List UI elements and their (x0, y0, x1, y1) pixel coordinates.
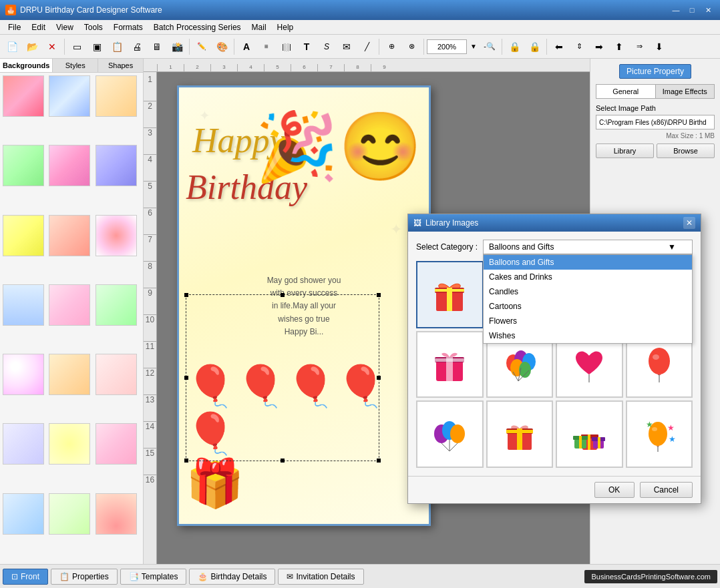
close-button[interactable]: ✕ (701, 3, 715, 17)
tb-btn-10[interactable]: |░| (277, 37, 296, 56)
bg-thumb-12[interactable] (96, 284, 137, 326)
tb-btn-24[interactable]: ⬇ (650, 37, 669, 56)
tb-btn-14[interactable]: ╱ (357, 37, 376, 56)
tb-btn-20[interactable]: ⇕ (570, 37, 588, 56)
bg-thumb-15[interactable] (96, 354, 137, 395)
delete-button[interactable]: ✕ (43, 37, 61, 56)
bg-thumb-9[interactable] (96, 215, 137, 256)
dropdown-item-flowers[interactable]: Flowers (484, 314, 692, 328)
bg-thumb-7[interactable] (3, 215, 44, 256)
menu-formats[interactable]: Formats (108, 21, 148, 33)
panel-tab-effects[interactable]: Image Effects (656, 85, 715, 98)
title-bar-left: 🎂 DRPU Birthday Card Designer Software (5, 5, 162, 15)
ruler-mark: 8 (344, 64, 371, 71)
image-path-input[interactable] (596, 115, 715, 129)
bg-thumb-1[interactable] (3, 75, 44, 117)
new-button[interactable]: 📄 (3, 37, 21, 56)
bg-thumb-2[interactable] (49, 75, 90, 117)
tb-text[interactable]: A (237, 37, 256, 56)
bg-thumb-21[interactable] (96, 493, 137, 535)
menu-edit[interactable]: Edit (26, 21, 51, 33)
tb-btn-5[interactable]: 🖥 (148, 37, 166, 56)
bg-thumb-10[interactable] (3, 284, 44, 326)
tb-btn-15[interactable]: ⊕ (382, 37, 401, 56)
print-button[interactable]: 🖨 (128, 37, 146, 56)
bg-thumb-19[interactable] (3, 493, 44, 535)
birthday-card[interactable]: ✦ ✦ ✦ ✦ ✦ Happy Birthday 🎉😊 May god show… (177, 85, 431, 526)
sidebar-tab-shapes[interactable]: Shapes (98, 59, 143, 72)
bg-thumb-11[interactable] (49, 284, 90, 326)
bottom-tab-properties[interactable]: 📋 Properties (51, 569, 118, 585)
bottom-tab-front[interactable]: ⊡ Front (3, 569, 48, 585)
sidebar-tab-styles[interactable]: Styles (53, 59, 98, 72)
library-images-dialog[interactable]: 🖼 Library Images ✕ Select Category : Bal… (407, 214, 701, 504)
dropdown-item-cakes[interactable]: Cakes and Drinks (484, 270, 692, 284)
tb-btn-11[interactable]: T (297, 37, 316, 56)
picture-property-title[interactable]: Picture Property (619, 64, 691, 79)
bg-thumb-8[interactable] (49, 215, 90, 256)
tb-btn-9[interactable]: ≡ (257, 37, 276, 56)
bottom-tab-templates[interactable]: 📑 Templates (120, 569, 187, 585)
menu-file[interactable]: File (3, 21, 26, 33)
tb-btn-12[interactable]: S (317, 37, 336, 56)
tb-btn-18[interactable]: 🔒 (525, 37, 544, 56)
image-cell-11[interactable] (556, 400, 623, 468)
bg-thumb-14[interactable] (49, 354, 90, 395)
bg-thumb-20[interactable] (49, 493, 90, 535)
bottom-tab-invitation[interactable]: ✉ Invitation Details (278, 569, 363, 585)
panel-tab-general[interactable]: General (596, 85, 656, 98)
bg-thumb-16[interactable] (3, 423, 44, 465)
browse-button[interactable]: Browse (657, 143, 715, 158)
image-cell-1[interactable] (416, 261, 484, 328)
dialog-close-button[interactable]: ✕ (683, 217, 695, 229)
bg-thumb-6[interactable] (96, 145, 137, 186)
dropdown-item-balloons[interactable]: Balloons and Gifts (484, 255, 692, 270)
bg-thumb-3[interactable] (96, 75, 137, 117)
dialog-ok-button[interactable]: OK (594, 482, 635, 498)
tb-btn-22[interactable]: ⬆ (610, 37, 628, 56)
bottom-tab-birthday[interactable]: 🎂 Birthday Details (189, 569, 275, 585)
dropdown-item-wishes[interactable]: Wishes (484, 328, 692, 343)
zoom-input[interactable]: 200% (427, 39, 467, 54)
tb-btn-3[interactable]: ▣ (87, 37, 106, 56)
dialog-cancel-button[interactable]: Cancel (640, 482, 693, 498)
tb-btn-8[interactable]: 🎨 (212, 37, 231, 56)
tb-btn-4[interactable]: 📋 (108, 37, 126, 56)
image-cell-9[interactable] (416, 400, 484, 468)
image-cell-5[interactable] (416, 331, 484, 398)
bg-thumb-17[interactable] (49, 423, 90, 465)
menu-batch[interactable]: Batch Processing Series (148, 21, 246, 33)
maximize-button[interactable]: □ (685, 3, 699, 17)
zoom-dropdown-btn[interactable]: ▼ (468, 37, 479, 56)
tb-btn-7[interactable]: ✏️ (192, 37, 211, 56)
library-button[interactable]: Library (596, 143, 654, 158)
bg-thumb-4[interactable] (3, 145, 44, 186)
tb-btn-23[interactable]: ⇒ (630, 37, 649, 56)
menu-view[interactable]: View (51, 21, 79, 33)
tb-btn-13[interactable]: ✉ (337, 37, 356, 56)
bg-thumb-13[interactable] (3, 354, 44, 395)
tb-btn-6[interactable]: 📸 (168, 37, 186, 56)
menu-tools[interactable]: Tools (79, 21, 108, 33)
dropdown-item-cartoons[interactable]: Cartoons (484, 299, 692, 314)
tb-btn-19[interactable]: ⬅ (550, 37, 568, 56)
bottom-bar: ⊡ Front 📋 Properties 📑 Templates 🎂 Birth… (0, 564, 720, 588)
image-cell-10[interactable] (486, 400, 554, 468)
zoom-out-button[interactable]: -🔍 (480, 37, 499, 56)
menu-mail[interactable]: Mail (246, 21, 272, 33)
bg-thumb-5[interactable] (49, 145, 90, 186)
open-button[interactable]: 📂 (23, 37, 41, 56)
menu-help[interactable]: Help (272, 21, 299, 33)
tb-btn-16[interactable]: ⊗ (402, 37, 421, 56)
image-cell-12[interactable]: ★ ★ ★ (626, 400, 693, 468)
bg-thumb-18[interactable] (96, 423, 137, 465)
tb-btn-21[interactable]: ➡ (590, 37, 608, 56)
category-select-display[interactable]: Balloons and Gifts ▼ (483, 240, 693, 254)
toolbar-sep-2 (189, 39, 190, 55)
tb-btn-2[interactable]: ▭ (67, 37, 86, 56)
tb-btn-17[interactable]: 🔒 (505, 37, 524, 56)
minimize-button[interactable]: — (669, 3, 683, 17)
dropdown-item-candles[interactable]: Candles (484, 284, 692, 299)
panel-tabs: General Image Effects (596, 84, 715, 99)
sidebar-tab-backgrounds[interactable]: Backgrounds (0, 59, 53, 72)
